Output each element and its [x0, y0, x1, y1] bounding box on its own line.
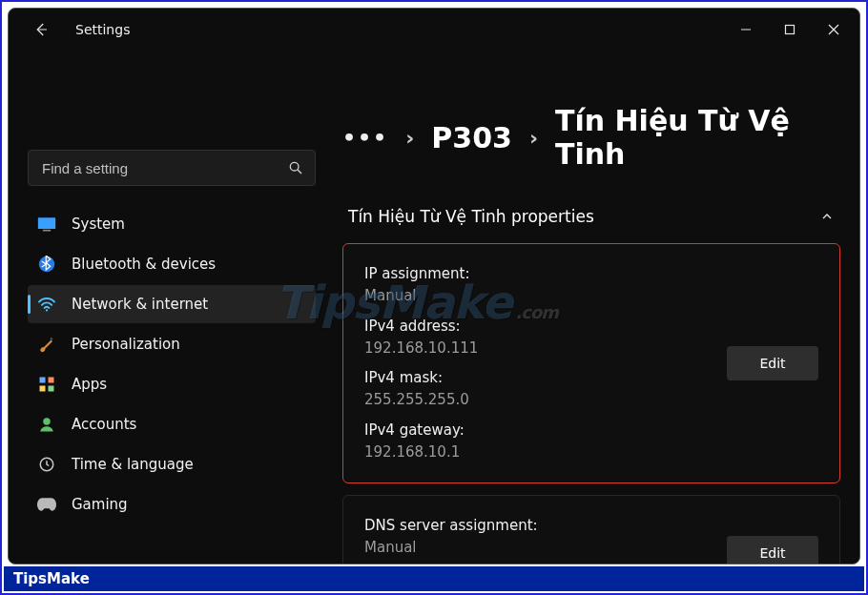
- content: ••• › P303 › Tín Hiệu Từ Vệ Tinh Tín Hiệ…: [325, 51, 859, 564]
- svg-rect-1: [786, 26, 795, 34]
- clock-icon: [37, 455, 56, 474]
- settings-window: Settings: [8, 8, 860, 564]
- sidebar-item-label: Apps: [72, 376, 107, 393]
- gaming-icon: [37, 495, 56, 514]
- svg-rect-13: [40, 386, 46, 392]
- properties-header[interactable]: Tín Hiệu Từ Vệ Tinh properties: [342, 199, 840, 243]
- svg-line-5: [298, 170, 301, 174]
- sidebar-item-label: Bluetooth & devices: [72, 256, 216, 273]
- app-title: Settings: [75, 22, 130, 37]
- maximize-button[interactable]: [768, 9, 812, 51]
- sidebar-item-label: Network & internet: [72, 296, 208, 313]
- svg-point-9: [46, 309, 48, 311]
- person-icon: [37, 415, 56, 434]
- svg-rect-14: [49, 386, 54, 392]
- ipv4-gateway-value: 192.168.10.1: [364, 441, 818, 463]
- sidebar-item-gaming[interactable]: Gaming: [28, 485, 316, 523]
- dns-assignment-label: DNS server assignment:: [364, 515, 818, 537]
- chevron-right-icon: ›: [529, 126, 538, 150]
- sidebar-item-accounts[interactable]: Accounts: [28, 405, 316, 443]
- minimize-button[interactable]: [724, 9, 768, 51]
- svg-point-15: [43, 418, 51, 425]
- breadcrumb: ••• › P303 › Tín Hiệu Từ Vệ Tinh: [342, 51, 840, 199]
- sidebar-item-system[interactable]: System: [28, 205, 316, 243]
- ipv4-address-label: IPv4 address:: [364, 316, 818, 338]
- brush-icon: [37, 335, 56, 354]
- sidebar-item-apps[interactable]: Apps: [28, 365, 316, 403]
- search-icon: [286, 158, 305, 177]
- sidebar-item-network[interactable]: Network & internet: [28, 285, 316, 323]
- svg-rect-12: [49, 378, 54, 383]
- dns-settings-card: DNS server assignment: Manual IPv4 DNS s…: [342, 495, 840, 564]
- system-icon: [37, 215, 56, 234]
- ip-assignment-label: IP assignment:: [364, 263, 818, 285]
- back-button[interactable]: [20, 9, 62, 51]
- svg-rect-10: [50, 338, 52, 340]
- sidebar-item-label: Personalization: [72, 336, 180, 353]
- sidebar-item-bluetooth[interactable]: Bluetooth & devices: [28, 245, 316, 283]
- ip-settings-card: IP assignment: Manual IPv4 address: 192.…: [342, 243, 840, 483]
- sidebar-item-label: System: [72, 215, 125, 233]
- search-input[interactable]: [42, 160, 286, 176]
- properties-title: Tín Hiệu Từ Vệ Tinh properties: [348, 207, 594, 226]
- svg-point-4: [290, 162, 299, 171]
- bluetooth-icon: [37, 255, 56, 274]
- ipv4-gateway-label: IPv4 gateway:: [364, 420, 818, 441]
- sidebar-item-label: Gaming: [72, 496, 128, 513]
- ip-assignment-value: Manual: [364, 285, 818, 307]
- svg-rect-11: [40, 378, 46, 383]
- footer-brand: TipsMake: [4, 566, 864, 591]
- svg-rect-7: [43, 230, 51, 232]
- titlebar: Settings: [9, 9, 859, 51]
- edit-ip-button[interactable]: Edit: [727, 346, 818, 380]
- sidebar-item-time-language[interactable]: Time & language: [28, 445, 316, 483]
- sidebar-item-label: Accounts: [72, 416, 136, 433]
- ipv4-mask-value: 255.255.255.0: [364, 389, 818, 411]
- chevron-up-icon: [819, 209, 835, 224]
- breadcrumb-parent[interactable]: P303: [431, 121, 512, 154]
- sidebar: System Bluetooth & devices Network & int…: [9, 51, 325, 564]
- sidebar-item-personalization[interactable]: Personalization: [28, 325, 316, 363]
- chevron-right-icon: ›: [405, 126, 414, 150]
- nav: System Bluetooth & devices Network & int…: [28, 205, 316, 523]
- breadcrumb-overflow[interactable]: •••: [342, 126, 388, 150]
- wifi-icon: [37, 295, 56, 314]
- svg-rect-6: [38, 217, 55, 229]
- apps-icon: [37, 375, 56, 394]
- close-button[interactable]: [812, 9, 856, 51]
- breadcrumb-current: Tín Hiệu Từ Vệ Tinh: [555, 104, 840, 171]
- search-box[interactable]: [28, 150, 316, 186]
- sidebar-item-label: Time & language: [72, 456, 194, 473]
- edit-dns-button[interactable]: Edit: [727, 536, 818, 564]
